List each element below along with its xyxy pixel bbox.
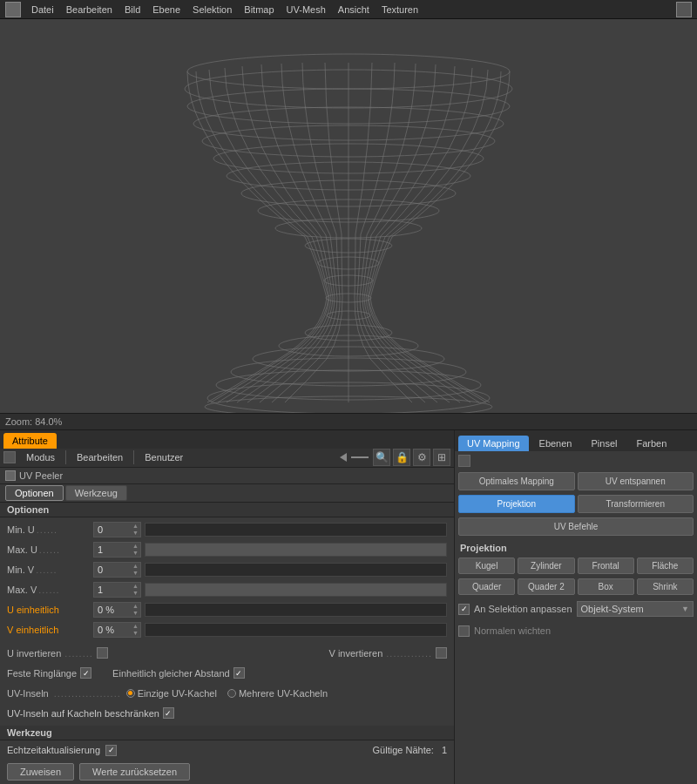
nav-arrow-icon[interactable] <box>340 453 347 462</box>
uv-content: Optimales Mapping UV entspannen Projekti… <box>455 451 697 784</box>
spin-down-min-v[interactable]: ▼ <box>132 570 139 577</box>
spin-up-min-u[interactable]: ▲ <box>132 523 139 530</box>
uv-entspannen-btn[interactable]: UV entspannen <box>578 472 694 490</box>
slider-u-einheitlich[interactable] <box>145 603 447 617</box>
projektion-section-title: Projektion <box>458 540 694 555</box>
an-selektion-row: An Selektion anpassen Objekt-System ▼ <box>458 599 694 618</box>
spin-arrows-max-u[interactable]: ▲ ▼ <box>132 543 139 557</box>
flache-btn[interactable]: Fläche <box>637 558 694 574</box>
uv-befehle-btn[interactable]: UV Befehle <box>458 517 694 536</box>
slider-max-u[interactable] <box>145 543 447 557</box>
kugel-btn[interactable]: Kugel <box>458 558 515 574</box>
slider-min-u[interactable] <box>145 523 447 537</box>
spinbox-min-u[interactable]: 0 ▲ ▼ <box>93 522 141 537</box>
zuweisen-button[interactable]: Zuweisen <box>7 763 74 781</box>
spin-down-v-einheitlich[interactable]: ▼ <box>132 630 139 637</box>
param-label-max-u: Max. U ...... <box>7 544 90 555</box>
spinbox-min-v[interactable]: 0 ▲ ▼ <box>93 562 141 578</box>
kacheln-beschranken-checkbox[interactable] <box>163 707 174 719</box>
sub-tab-werkzeug[interactable]: Werkzeug <box>65 485 127 501</box>
mehrere-uv-kacheln-option[interactable]: Mehrere UV-Kacheln <box>227 688 328 699</box>
uv-peeler-label: UV Peeler <box>19 470 63 481</box>
menu-uv-mesh[interactable]: UV-Mesh <box>281 3 331 17</box>
spin-up-max-u[interactable]: ▲ <box>132 543 139 550</box>
toolbar-benutzer[interactable]: Benutzer <box>139 450 188 464</box>
attribute-tab[interactable]: Attribute <box>3 433 57 449</box>
spin-up-u-einheitlich[interactable]: ▲ <box>132 603 139 610</box>
an-selektion-checkbox[interactable] <box>458 604 470 615</box>
spin-arrows-min-u[interactable]: ▲ ▼ <box>132 523 139 537</box>
pinsel-tab[interactable]: Pinsel <box>582 436 626 451</box>
menu-ebene[interactable]: Ebene <box>147 3 186 17</box>
uv-mapping-tab[interactable]: UV Mapping <box>458 436 529 451</box>
echtzeit-row: Echtzeit­aktualisierung Gültige Nähte: 1 <box>0 740 454 760</box>
spinbox-v-einheitlich[interactable]: 0 % ▲ ▼ <box>93 622 141 638</box>
werte-zurücksetzen-button[interactable]: Werte zurücksetzen <box>79 763 190 781</box>
menu-bild[interactable]: Bild <box>119 3 145 17</box>
frontal-btn[interactable]: Frontal <box>578 558 634 574</box>
spin-down-max-v[interactable]: ▼ <box>132 590 139 597</box>
menu-datei[interactable]: Datei <box>26 3 59 17</box>
uv-btn-row-3: UV Befehle <box>458 517 694 536</box>
objekt-system-dropdown[interactable]: Objekt-System ▼ <box>577 601 694 617</box>
menu-ansicht[interactable]: Ansicht <box>333 3 375 17</box>
spin-arrows-u-einheitlich[interactable]: ▲ ▼ <box>132 603 139 617</box>
einzige-uv-kachel-option[interactable]: Einzige UV-Kachel <box>126 688 217 699</box>
menu-selektion[interactable]: Selektion <box>187 3 237 17</box>
transformieren-btn[interactable]: Transformieren <box>578 495 694 513</box>
spin-up-min-v[interactable]: ▲ <box>132 563 139 570</box>
zylinder-btn[interactable]: Zylinder <box>518 558 574 574</box>
search-icon[interactable]: 🔍 <box>373 449 390 466</box>
einzige-uv-kachel-radio[interactable] <box>126 689 135 698</box>
bottom-panel: Attribute Modus Bearbeiten Benutzer 🔍 🔒 … <box>0 430 697 784</box>
quader2-btn[interactable]: Quader 2 <box>518 578 574 595</box>
einheitlich-gleicher-label: Einheitlich gleicher Abstand <box>112 668 230 679</box>
v-invertieren-checkbox[interactable] <box>436 647 447 659</box>
optimales-mapping-btn[interactable]: Optimales Mapping <box>458 472 575 490</box>
einheitlich-gleicher-checkbox[interactable] <box>233 667 245 679</box>
normalen-checkbox[interactable] <box>458 625 470 637</box>
menu-bitmap[interactable]: Bitmap <box>239 3 279 17</box>
slider-v-einheitlich[interactable] <box>145 623 447 637</box>
spin-arrows-min-v[interactable]: ▲ ▼ <box>132 563 139 577</box>
toolbar-icons: 🔍 🔒 ⚙ ⊞ <box>340 449 450 466</box>
farben-tab[interactable]: Farben <box>627 436 675 451</box>
box-btn[interactable]: Box <box>578 578 634 595</box>
spin-down-u-einheitlich[interactable]: ▼ <box>132 610 139 617</box>
spin-down-max-u[interactable]: ▼ <box>132 550 139 557</box>
spinbox-max-v[interactable]: 1 ▲ ▼ <box>93 582 141 598</box>
ringleange-row: Feste Ringlänge Einheitlich gleicher Abs… <box>7 665 447 682</box>
slider-max-v[interactable] <box>145 583 447 597</box>
feste-ringleange-checkbox[interactable] <box>80 667 91 679</box>
sub-tabs: Optionen Werkzeug <box>0 484 454 503</box>
spin-down-min-u[interactable]: ▼ <box>132 530 139 537</box>
menu-texturen[interactable]: Texturen <box>376 3 423 17</box>
param-label-max-v: Max. V ...... <box>7 585 90 595</box>
projektion-btn[interactable]: Projektion <box>458 495 575 513</box>
shrink-btn[interactable]: Shrink <box>637 578 694 595</box>
slider-min-v[interactable] <box>145 563 447 577</box>
mehrere-uv-kacheln-radio[interactable] <box>227 689 236 698</box>
u-invertieren-label: U invertieren <box>7 648 61 659</box>
menu-bearbeiten[interactable]: Bearbeiten <box>61 3 118 17</box>
lock-icon[interactable]: 🔒 <box>393 449 410 466</box>
3d-viewport[interactable]: // This won't execute in SVG context, dr… <box>0 19 697 413</box>
gueltige-naehte-value: 1 <box>442 745 447 755</box>
spinbox-max-u[interactable]: 1 ▲ ▼ <box>93 542 141 558</box>
spin-arrows-max-v[interactable]: ▲ ▼ <box>132 583 139 597</box>
u-invertieren-checkbox[interactable] <box>97 647 108 659</box>
spin-up-v-einheitlich[interactable]: ▲ <box>132 623 139 630</box>
settings-icon[interactable]: ⚙ <box>413 449 430 466</box>
toolbar-bearbeiten[interactable]: Bearbeiten <box>71 450 128 464</box>
toolbar-modus[interactable]: Modus <box>21 450 60 464</box>
spin-arrows-v-einheitlich[interactable]: ▲ ▼ <box>132 623 139 637</box>
spin-up-max-v[interactable]: ▲ <box>132 583 139 590</box>
echtzeit-checkbox[interactable] <box>105 745 117 756</box>
spinbox-u-einheitlich[interactable]: 0 % ▲ ▼ <box>93 602 141 618</box>
quader-btn[interactable]: Quader <box>458 578 515 595</box>
uv-collapse-icon[interactable] <box>458 455 470 467</box>
maximize-icon[interactable]: ⊞ <box>433 449 450 466</box>
feste-ringleange-col: Feste Ringlänge <box>7 667 91 679</box>
ebenen-tab[interactable]: Ebenen <box>531 436 581 451</box>
sub-tab-optionen[interactable]: Optionen <box>5 485 64 501</box>
